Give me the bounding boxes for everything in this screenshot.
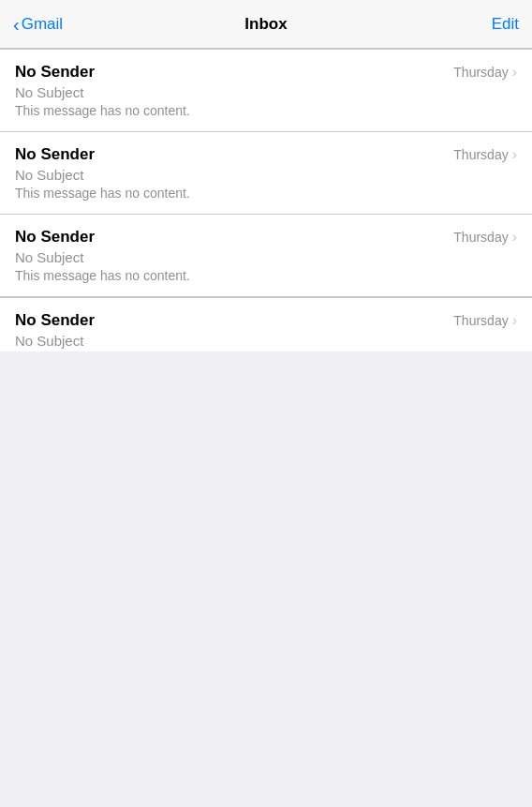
chevron-right-icon: › — [512, 65, 517, 80]
email-sender: No Sender — [15, 145, 446, 164]
chevron-right-icon: › — [512, 230, 517, 245]
email-preview: This message has no content. — [15, 103, 446, 118]
chevron-left-icon: ‹ — [13, 15, 20, 34]
email-content: No Sender No Subject This message has no… — [15, 228, 453, 283]
email-sender: No Sender — [15, 63, 446, 82]
email-item[interactable]: No Sender No Subject This message has no… — [0, 215, 532, 297]
email-meta: Thursday › — [453, 147, 517, 162]
back-label: Gmail — [22, 15, 63, 34]
email-preview: This message has no content. — [15, 268, 446, 283]
email-subject: No Subject — [15, 167, 446, 183]
email-subject: No Subject — [15, 84, 446, 100]
email-content: No Sender No Subject — [15, 311, 453, 351]
email-sender: No Sender — [15, 228, 446, 247]
email-date: Thursday — [453, 147, 508, 162]
email-item[interactable]: No Sender No Subject This message has no… — [0, 49, 532, 132]
email-preview: This message has no content. — [15, 186, 446, 201]
page-title: Inbox — [73, 15, 459, 34]
email-date: Thursday — [453, 65, 508, 80]
email-meta: Thursday › — [453, 65, 517, 80]
email-date: Thursday — [453, 230, 508, 245]
email-subject: No Subject — [15, 333, 446, 349]
email-date: Thursday — [453, 313, 508, 328]
email-item[interactable]: No Sender No Subject This message has no… — [0, 132, 532, 215]
chevron-right-icon: › — [512, 313, 517, 328]
email-meta: Thursday › — [453, 313, 517, 328]
back-button[interactable]: ‹ Gmail — [7, 7, 73, 41]
email-subject: No Subject — [15, 249, 446, 265]
edit-button[interactable]: Edit — [459, 7, 525, 41]
email-content: No Sender No Subject This message has no… — [15, 63, 453, 118]
chevron-right-icon: › — [512, 147, 517, 162]
navigation-bar: ‹ Gmail Inbox Edit — [0, 0, 532, 49]
edit-label: Edit — [492, 15, 519, 33]
email-meta: Thursday › — [453, 230, 517, 245]
email-list: No Sender No Subject This message has no… — [0, 49, 532, 351]
email-sender: No Sender — [15, 311, 446, 330]
email-item[interactable]: No Sender No Subject Thursday › — [0, 297, 532, 351]
email-content: No Sender No Subject This message has no… — [15, 145, 453, 201]
